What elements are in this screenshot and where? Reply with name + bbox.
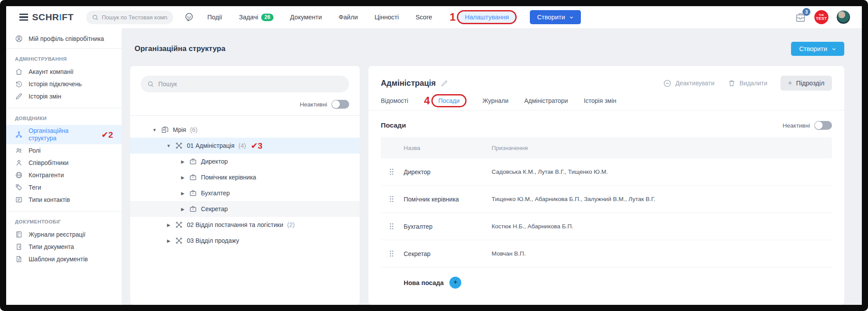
profile-icon	[15, 35, 23, 43]
position-name: Секретар	[404, 250, 492, 257]
drag-handle-icon[interactable]	[390, 223, 397, 230]
edit-title-icon[interactable]	[441, 80, 448, 87]
department-detail-panel: Адміністрація Деактивувати Видалити	[368, 66, 844, 305]
tab-journals[interactable]: Журнали	[482, 97, 508, 104]
annotation-step-4: 4	[424, 95, 430, 106]
create-button-topbar[interactable]: Створити	[530, 10, 581, 24]
tray-count-badge: 3	[802, 8, 810, 16]
positions-inactive-toggle[interactable]	[814, 121, 832, 130]
annotation-step-3: ✔3	[251, 142, 263, 150]
annotation-step-1: 1	[450, 12, 456, 22]
positions-inactive-label: Неактивні	[783, 122, 810, 129]
tree-node-administration[interactable]: ▼ 01 Адміністрація (4) ✔3	[130, 138, 360, 154]
position-assignment: Тищенко Ю.М., Абарникова Б.П., Залужний …	[492, 196, 832, 202]
tree-node-position-director[interactable]: ▶ Директор	[130, 154, 360, 169]
tab-details[interactable]: Відомості	[381, 97, 408, 104]
tree-search-input[interactable]	[158, 80, 343, 88]
tree-inactive-label: Неактивні	[300, 101, 327, 108]
drag-handle-icon[interactable]	[390, 168, 397, 175]
table-row[interactable]: Директор Садовська К.М., Лутак В.Г., Тищ…	[381, 158, 832, 186]
screenshot-frame: SCHRIFT Події Задачі26 Документи Файли Ц…	[0, 0, 868, 311]
global-search[interactable]	[86, 11, 173, 24]
sidebar-item-counterparties[interactable]: Контрагенти	[6, 169, 122, 181]
sidebar-item-employees[interactable]: Співробітники	[6, 157, 122, 169]
column-assignment: Призначення	[492, 145, 528, 151]
nav-files[interactable]: Файли	[339, 14, 358, 21]
caret-right-icon[interactable]: ▶	[166, 238, 171, 243]
sidebar-item-company-account[interactable]: Акаунт компанії	[6, 66, 122, 78]
department-title: Адміністрація	[381, 79, 436, 88]
sidebar-item-contact-types[interactable]: Типи контактів	[6, 194, 122, 206]
sidebar-item-connection-history[interactable]: Історія підключень	[6, 78, 122, 90]
user-avatar[interactable]	[836, 10, 850, 24]
global-search-input[interactable]	[102, 14, 168, 21]
sidebar-item-document-templates[interactable]: Шаблони документів	[6, 253, 122, 265]
sidebar-item-tags[interactable]: Теги	[6, 181, 122, 194]
sidebar-item-change-history[interactable]: Історія змін	[6, 90, 122, 102]
org-tree-panel: Неактивні ▼ Мрія (6) ▼	[130, 66, 360, 305]
tab-positions[interactable]: Посади	[431, 94, 467, 107]
chevron-down-icon	[569, 15, 574, 20]
position-name: Помічник керівника	[404, 196, 492, 203]
app-logo[interactable]: SCHRIFT	[19, 12, 74, 22]
sidebar-item-registration-journals[interactable]: Журнали реєстрації	[6, 228, 122, 241]
nav-events[interactable]: Події	[208, 14, 222, 21]
department-icon	[175, 142, 183, 150]
drag-handle-icon[interactable]	[390, 196, 397, 202]
sidebar-item-org-structure[interactable]: Організаційна структура ✔2	[6, 125, 122, 144]
tree-inactive-toggle[interactable]	[332, 100, 349, 109]
tree-node-sales-department[interactable]: ▶ 03 Відділ продажу	[130, 233, 360, 249]
support-smiley-icon[interactable]	[184, 12, 194, 22]
page-title: Організаційна структура	[135, 44, 226, 53]
document-type-icon	[15, 243, 23, 251]
position-assignment: Садовська К.М., Лутак В.Г., Тищенко Ю.М.	[492, 168, 832, 175]
caret-right-icon[interactable]: ▶	[166, 223, 171, 227]
nav-values[interactable]: Цінності	[375, 14, 399, 21]
caret-down-icon[interactable]: ▼	[166, 143, 171, 148]
nav-settings[interactable]: Налаштування	[457, 10, 517, 24]
tab-change-history[interactable]: Історія змін	[584, 97, 616, 104]
position-assignment: Мовчан В.П.	[492, 250, 832, 257]
tree-node-position-assistant[interactable]: ▶ Помічник керівника	[130, 169, 360, 185]
contact-types-icon	[15, 196, 23, 204]
nav-documents[interactable]: Документи	[290, 14, 322, 21]
create-button-page[interactable]: Створити	[791, 42, 844, 56]
content-area: Організаційна структура Створити Неактив…	[122, 28, 862, 305]
drag-handle-icon[interactable]	[390, 250, 397, 257]
table-row[interactable]: Бухгалтер Костюк Н.Б., Абарникова Б.П.	[381, 213, 832, 240]
nav-tasks[interactable]: Задачі26	[239, 14, 273, 21]
tray-icon[interactable]: 3	[795, 11, 806, 23]
position-assignment: Костюк Н.Б., Абарникова Б.П.	[492, 223, 832, 230]
sidebar-item-roles[interactable]: Ролі	[6, 144, 122, 157]
divider	[130, 115, 360, 116]
trash-icon	[728, 79, 736, 87]
sidebar-item-document-types[interactable]: Типи документа	[6, 241, 122, 253]
tree-node-supply-department[interactable]: ▶ 02 Відділ постачання та логістики (2)	[130, 217, 360, 233]
company-test-logo[interactable]: THE TEST	[814, 10, 828, 24]
pencil-icon	[15, 92, 23, 100]
search-icon	[92, 14, 98, 21]
tree-node-position-secretary[interactable]: ▶ Секретар	[130, 201, 360, 217]
nav-score[interactable]: Score	[416, 14, 432, 21]
document-template-icon	[15, 255, 23, 263]
sidebar-item-my-profile[interactable]: Мій профіль співробітника	[6, 30, 122, 48]
caret-right-icon[interactable]: ▶	[180, 159, 185, 164]
positions-section-title: Посади	[381, 121, 406, 129]
caret-down-icon[interactable]: ▼	[152, 128, 157, 132]
add-subdivision-button[interactable]: + Підрозділ	[780, 76, 832, 91]
table-row[interactable]: Помічник керівника Тищенко Ю.М., Абарник…	[381, 186, 832, 213]
table-row[interactable]: Секретар Мовчан В.П.	[381, 240, 832, 267]
hamburger-icon[interactable]	[19, 14, 28, 21]
delete-button[interactable]: Видалити	[728, 79, 767, 87]
caret-right-icon[interactable]: ▶	[180, 191, 185, 196]
tab-administrators[interactable]: Адміністратори	[524, 97, 568, 104]
tree-node-company[interactable]: ▼ Мрія (6)	[130, 122, 360, 138]
briefcase-icon	[189, 157, 197, 165]
caret-right-icon[interactable]: ▶	[180, 175, 185, 180]
tree-node-position-accountant[interactable]: ▶ Бухгалтер	[130, 185, 360, 201]
caret-right-icon[interactable]: ▶	[180, 207, 185, 212]
employee-icon	[15, 159, 23, 167]
deactivate-button[interactable]: Деактивувати	[663, 79, 715, 88]
tree-search[interactable]	[141, 76, 349, 92]
add-position-button[interactable]: +	[449, 277, 461, 289]
